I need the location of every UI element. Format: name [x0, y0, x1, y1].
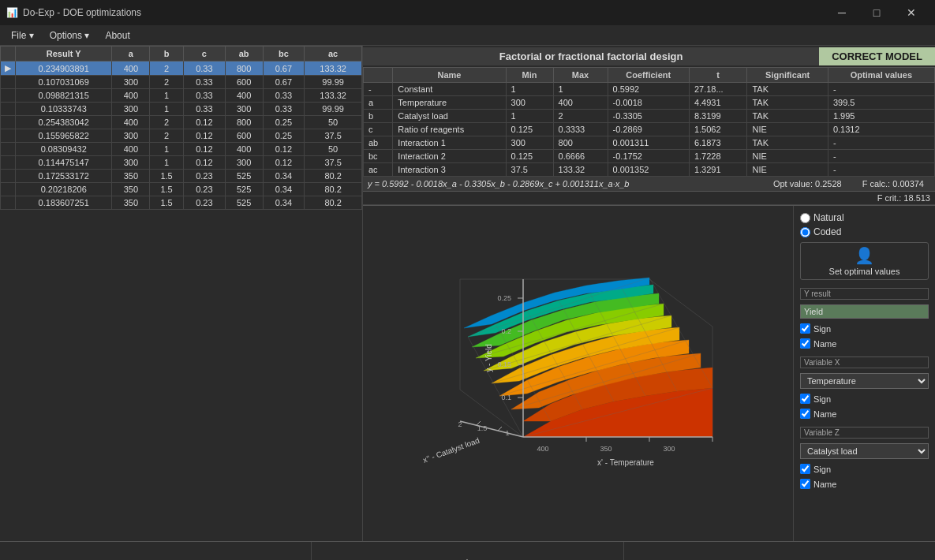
- cell-y: 0.107031069: [16, 76, 112, 89]
- model-cell-t: 1.5062: [689, 123, 747, 136]
- model-row[interactable]: a Temperature 300 400 -0.0018 4.4931 TAK…: [364, 96, 935, 110]
- model-cell-t: 8.3199: [689, 110, 747, 123]
- table-row[interactable]: 0.08309432 400 1 0.12 400 0.12 50: [1, 143, 362, 156]
- cell-y: 0.08309432: [16, 143, 112, 156]
- table-row[interactable]: 0.114475147 300 1 0.12 300 0.12 37.5: [1, 156, 362, 170]
- x-name-checkbox[interactable]: [800, 409, 810, 419]
- cell-b: 1: [150, 156, 184, 170]
- z-sign-checkbox[interactable]: [800, 464, 810, 474]
- y-result-input[interactable]: [800, 304, 929, 319]
- cell-y: 0.20218206: [16, 183, 112, 196]
- confirm-results-button[interactable]: ▶ Confirm results: [624, 542, 935, 560]
- model-cell-opt: 1.995: [828, 110, 934, 123]
- variable-x-select[interactable]: Temperature: [800, 373, 929, 389]
- menu-about[interactable]: About: [97, 28, 137, 43]
- col-b[interactable]: b: [150, 47, 184, 62]
- z-name-row: Name: [800, 479, 929, 489]
- table-row[interactable]: 0.172533172 350 1.5 0.23 525 0.34 80.2: [1, 170, 362, 183]
- cell-ac: 50: [305, 116, 362, 129]
- variable-z-select[interactable]: Catalyst load: [800, 443, 929, 459]
- model-cell-sig: TAK: [747, 96, 828, 110]
- data-table-container[interactable]: Result Y a b c ab bc ac ▶ 0.234903891 40…: [0, 46, 362, 541]
- title-bar: 📊 Do-Exp - DOE optimizations ─ □ ✕: [0, 0, 935, 25]
- cell-c: 0.33: [183, 103, 225, 116]
- table-row[interactable]: 0.098821315 400 1 0.33 400 0.33 133.32: [1, 89, 362, 103]
- cell-ab: 525: [225, 196, 263, 210]
- create-icon: ✏: [149, 556, 163, 560]
- model-cell-name: Interaction 1: [393, 136, 506, 150]
- row-indicator: ▶: [1, 62, 16, 76]
- col-c[interactable]: c: [183, 47, 225, 62]
- table-row[interactable]: 0.155965822 300 2 0.12 600 0.25 37.5: [1, 129, 362, 143]
- y-name-checkbox[interactable]: [800, 338, 810, 349]
- model-cell-max: 2: [553, 110, 608, 123]
- model-row[interactable]: c Ratio of reagents 0.125 0.3333 -0.2869…: [364, 123, 935, 136]
- model-cell-opt: 399.5: [828, 96, 934, 110]
- close-button[interactable]: ✕: [894, 0, 929, 25]
- table-row[interactable]: 0.10333743 300 1 0.33 300 0.33 99.99: [1, 103, 362, 116]
- model-cell-max: 1: [553, 83, 608, 96]
- model-cell-min: 300: [506, 96, 553, 110]
- z-name-checkbox[interactable]: [800, 479, 810, 489]
- cell-a: 300: [112, 76, 150, 89]
- title-bar-left: 📊 Do-Exp - DOE optimizations: [6, 7, 141, 18]
- col-bc[interactable]: bc: [263, 47, 305, 62]
- model-row[interactable]: ac Interaction 3 37.5 133.32 0.001352 1.…: [364, 163, 935, 177]
- model-cell-id: ac: [364, 163, 393, 177]
- cell-bc: 0.67: [263, 76, 305, 89]
- model-cell-sig: TAK: [747, 136, 828, 150]
- col-ac[interactable]: ac: [305, 47, 362, 62]
- data-table: Result Y a b c ab bc ac ▶ 0.234903891 40…: [0, 46, 362, 210]
- minimize-button[interactable]: ─: [825, 0, 859, 25]
- col-result-y[interactable]: Result Y: [16, 47, 112, 62]
- cell-bc: 0.12: [263, 143, 305, 156]
- right-panel: Factorial or fractional factorial design…: [363, 46, 935, 541]
- y-sign-checkbox[interactable]: [800, 323, 810, 334]
- coded-radio[interactable]: [800, 227, 810, 237]
- model-cell-min: 0.125: [506, 150, 553, 163]
- cell-bc: 0.34: [263, 170, 305, 183]
- cell-ac: 50: [305, 143, 362, 156]
- natural-radio[interactable]: [800, 213, 810, 223]
- correct-model-badge: CORRECT MODEL: [819, 47, 935, 65]
- cell-y: 0.254383042: [16, 116, 112, 129]
- create-new-plan-button[interactable]: ✏ Create new plan: [0, 542, 312, 560]
- menu-file[interactable]: File ▾: [3, 28, 42, 43]
- model-row[interactable]: b Catalyst load 1 2 -0.3305 8.3199 TAK 1…: [364, 110, 935, 123]
- model-cell-coeff: -0.0018: [608, 96, 689, 110]
- model-row[interactable]: ab Interaction 1 300 800 0.001311 6.1873…: [364, 136, 935, 150]
- menu-options[interactable]: Options ▾: [42, 28, 98, 43]
- col-a[interactable]: a: [112, 47, 150, 62]
- cell-b: 1: [150, 89, 184, 103]
- set-optimal-button[interactable]: 👤 Set optimal values: [800, 242, 929, 280]
- table-row[interactable]: 0.107031069 300 2 0.33 600 0.67 99.99: [1, 76, 362, 89]
- table-row[interactable]: 0.183607251 350 1.5 0.23 525 0.34 80.2: [1, 196, 362, 210]
- cell-a: 400: [112, 62, 150, 76]
- maximize-button[interactable]: □: [859, 0, 894, 25]
- model-row[interactable]: bc Interaction 2 0.125 0.6666 -0.1752 1.…: [364, 150, 935, 163]
- model-col-sig: Significant: [747, 68, 828, 83]
- cell-c: 0.33: [183, 62, 225, 76]
- cell-bc: 0.25: [263, 116, 305, 129]
- model-cell-opt: -: [828, 83, 934, 96]
- model-row[interactable]: - Constant 1 1 0.5992 27.18... TAK -: [364, 83, 935, 96]
- settings-button[interactable]: ⚙ Settings: [312, 542, 623, 560]
- model-cell-sig: NIE: [747, 163, 828, 177]
- table-row[interactable]: 0.20218206 350 1.5 0.23 525 0.34 80.2: [1, 183, 362, 196]
- svg-text:300: 300: [663, 445, 675, 453]
- set-optimal-icon: 👤: [855, 246, 874, 265]
- svg-text:0.1: 0.1: [501, 394, 511, 401]
- row-indicator: [1, 89, 16, 103]
- table-row[interactable]: 0.254383042 400 2 0.12 800 0.25 50: [1, 116, 362, 129]
- x-sign-checkbox[interactable]: [800, 394, 810, 404]
- 3d-chart: 400 350 300 1 1.5 2 0.1 0.15 0: [413, 263, 744, 484]
- y-sign-label: Sign: [813, 324, 831, 334]
- cell-b: 1.5: [150, 170, 184, 183]
- cell-bc: 0.33: [263, 103, 305, 116]
- table-row[interactable]: ▶ 0.234903891 400 2 0.33 800 0.67 133.32: [1, 62, 362, 76]
- col-ab[interactable]: ab: [225, 47, 263, 62]
- model-cell-name: Temperature: [393, 96, 506, 110]
- f-calc: F calc.: 0.00374: [856, 179, 930, 189]
- bottom-bar: ✏ Create new plan ⚙ Settings ▶ Confirm r…: [0, 541, 935, 560]
- model-col-coeff: Coefficient: [608, 68, 689, 83]
